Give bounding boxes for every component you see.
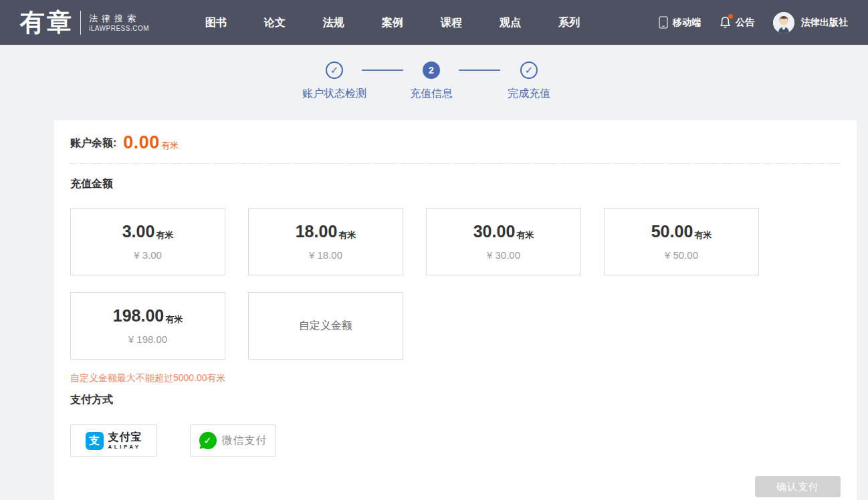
check-icon: ✓ — [330, 64, 339, 76]
amount-unit: 有米 — [165, 315, 183, 324]
notice-link[interactable]: 公告 — [720, 16, 754, 29]
mobile-label: 移动端 — [673, 17, 701, 29]
wechat-pay-name: 微信支付 — [222, 434, 267, 448]
amount-line: 3.00 有米 — [122, 223, 174, 240]
payment-methods: 支 支付宝 ALIPAY ✓ 微信支付 — [70, 424, 841, 457]
amount-option-3[interactable]: 3.00 有米 ¥ 3.00 — [70, 208, 225, 275]
alipay-icon: 支 — [86, 432, 104, 450]
step-connector-2 — [459, 70, 500, 71]
step-number: 2 — [429, 65, 434, 76]
nav-item-books[interactable]: 图书 — [187, 0, 245, 45]
amount-value: 30.00 — [473, 223, 516, 240]
divider — [70, 163, 841, 164]
user-account[interactable]: 法律出版社 — [773, 12, 848, 33]
amount-value: 50.00 — [651, 223, 693, 240]
recharge-steps: ✓ 2 ✓ 账户状态检测 充值信息 完成充值 — [0, 45, 868, 120]
nav-item-cases[interactable]: 案例 — [363, 0, 422, 45]
amount-grid: 3.00 有米 ¥ 3.00 18.00 有米 ¥ 18.00 30.00 有米… — [70, 208, 841, 360]
custom-amount-option[interactable]: 自定义金额 — [248, 292, 403, 360]
nav-item-series[interactable]: 系列 — [540, 0, 599, 45]
amount-option-50[interactable]: 50.00 有米 ¥ 50.00 — [604, 208, 759, 275]
amount-unit: 有米 — [694, 231, 712, 240]
alipay-subtitle: ALIPAY — [108, 445, 142, 450]
amount-option-30[interactable]: 30.00 有米 ¥ 30.00 — [426, 208, 581, 275]
step-circle-account-check: ✓ — [326, 61, 343, 79]
alipay-button[interactable]: 支 支付宝 ALIPAY — [70, 424, 157, 457]
confirm-payment-button[interactable]: 确认支付 — [755, 476, 841, 497]
recharge-panel: 账户余额: 0.00 有米 充值金额 3.00 有米 ¥ 3.00 18.00 … — [54, 120, 857, 500]
logo-domain: iLAWPRESS.COM — [89, 24, 149, 33]
notice-label: 公告 — [736, 17, 754, 29]
navbar-right: 移动端 公告 法律出版社 — [640, 12, 848, 33]
amount-price: ¥ 30.00 — [487, 249, 520, 261]
custom-amount-label: 自定义金额 — [299, 319, 352, 333]
notice-badge-dot — [728, 14, 733, 19]
amount-price: ¥ 3.00 — [134, 249, 162, 261]
step-label-recharge-info: 充值信息 — [410, 87, 453, 101]
balance-value: 0.00 — [123, 134, 160, 152]
amount-unit: 有米 — [516, 231, 534, 240]
logo-brand-text: 有章 — [20, 10, 74, 35]
amount-price: ¥ 50.00 — [665, 249, 698, 261]
logo-subtitle: 法律搜索 — [89, 13, 149, 24]
amount-line: 50.00 有米 — [651, 223, 712, 240]
step-label-account-check: 账户状态检测 — [302, 87, 366, 101]
amount-option-18[interactable]: 18.00 有米 ¥ 18.00 — [248, 208, 403, 275]
payment-method-title: 支付方式 — [70, 393, 841, 407]
amount-line: 30.00 有米 — [473, 223, 534, 240]
step-circle-recharge-info: 2 — [423, 61, 440, 79]
main-nav: 图书 论文 法规 案例 课程 观点 系列 — [187, 0, 599, 45]
check-icon: ✓ — [525, 64, 534, 76]
user-name: 法律出版社 — [801, 17, 848, 29]
amount-value: 18.00 — [296, 223, 338, 240]
balance-label: 账户余额: — [70, 134, 116, 152]
amount-unit: 有米 — [156, 231, 173, 240]
nav-item-laws[interactable]: 法规 — [304, 0, 363, 45]
amount-value: 3.00 — [122, 223, 155, 240]
logo-divider — [80, 11, 81, 35]
nav-item-opinions[interactable]: 观点 — [481, 0, 540, 45]
amount-line: 18.00 有米 — [296, 223, 356, 240]
top-navbar: 有章 法律搜索 iLAWPRESS.COM 图书 论文 法规 案例 课程 观点 … — [0, 0, 868, 45]
nav-item-courses[interactable]: 课程 — [422, 0, 481, 45]
step-label-complete: 完成充值 — [508, 87, 550, 101]
custom-amount-warning: 自定义金额最大不能超过5000.00有米 — [70, 372, 841, 384]
alipay-name: 支付宝 — [108, 432, 142, 443]
amount-option-198[interactable]: 198.00 有米 ¥ 198.00 — [70, 292, 225, 360]
balance-row: 账户余额: 0.00 有米 — [70, 120, 841, 152]
bell-icon — [720, 16, 731, 29]
site-logo[interactable]: 有章 法律搜索 iLAWPRESS.COM — [20, 10, 149, 35]
amount-unit: 有米 — [338, 231, 356, 240]
amount-line: 198.00 有米 — [113, 307, 183, 324]
amount-price: ¥ 18.00 — [309, 249, 342, 261]
mobile-link[interactable]: 移动端 — [659, 16, 701, 29]
amount-price: ¥ 198.00 — [128, 334, 167, 345]
balance-unit: 有米 — [161, 140, 179, 152]
user-avatar — [773, 12, 794, 33]
recharge-amount-title: 充值金额 — [70, 177, 841, 191]
wechat-icon: ✓ — [199, 432, 217, 449]
amount-value: 198.00 — [113, 307, 164, 324]
phone-icon — [659, 16, 668, 29]
step-connector-1 — [362, 70, 403, 71]
wechat-pay-button[interactable]: ✓ 微信支付 — [190, 424, 276, 457]
nav-item-papers[interactable]: 论文 — [245, 0, 304, 45]
step-circle-complete: ✓ — [520, 61, 538, 79]
